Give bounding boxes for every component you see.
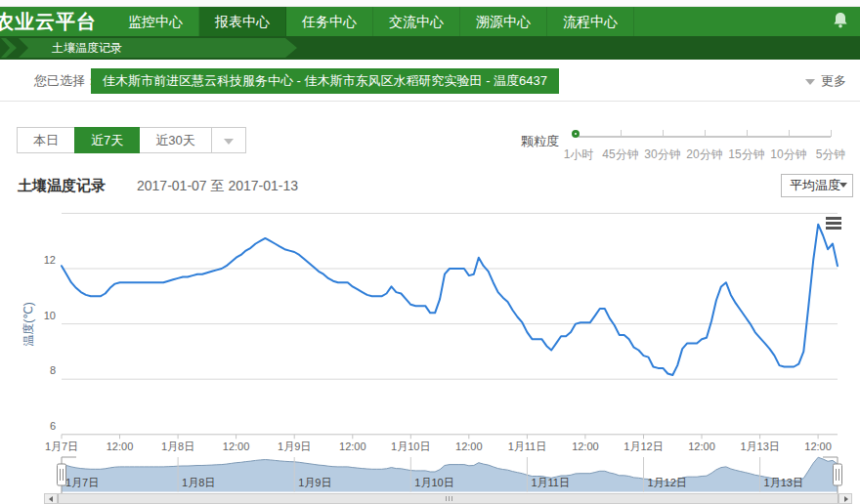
nav-item-2[interactable]: 报表中心 <box>199 7 286 36</box>
range-button-2[interactable]: 近7天 <box>74 127 140 153</box>
x-tick-label: 1月7日 <box>45 441 78 452</box>
navbar: 农业云平台 监控中心报表中心任务中心交流中心溯源中心流程中心 <box>0 7 860 36</box>
x-tick-label: 12:00 <box>455 441 483 452</box>
more-label: 更多 <box>821 73 846 88</box>
range-dropdown-button[interactable] <box>211 127 246 153</box>
navigator-handle-left[interactable] <box>58 464 66 485</box>
series-line[interactable] <box>62 225 838 375</box>
page-title: 土壤温度记录 <box>18 177 106 195</box>
slider-tick <box>705 130 706 137</box>
x-tick-label: 1月10日 <box>391 441 430 452</box>
x-tick-label: 12:00 <box>107 441 134 452</box>
temperature-chart: 121086温度(℃)1月7日12:001月8日12:001月9日12:001月… <box>0 211 860 504</box>
navigator-handle-right[interactable] <box>834 464 842 485</box>
x-tick-label: 12:00 <box>804 441 832 452</box>
slider-tick <box>747 130 748 137</box>
nav-item-1[interactable]: 监控中心 <box>112 7 199 36</box>
x-tick-label: 12:00 <box>688 441 715 452</box>
chart-scrollbar[interactable] <box>44 493 852 504</box>
y-tick-label: 12 <box>44 254 56 266</box>
scroll-right-button[interactable] <box>838 494 851 503</box>
date-range: 2017-01-07 至 2017-01-13 <box>137 178 298 195</box>
x-tick-label: 12:00 <box>223 441 250 452</box>
chart-canvas: 121086温度(℃)1月7日12:001月8日12:001月9日12:001月… <box>0 211 860 504</box>
navigator-day-label: 1月10日 <box>414 477 453 488</box>
navigator-day-label: 1月13日 <box>764 477 803 488</box>
chevron-down-icon <box>805 79 815 85</box>
chart-menu-icon[interactable] <box>826 217 841 231</box>
breadcrumb-chevron-icon <box>1 38 17 58</box>
scrollbar-thumb[interactable] <box>58 494 838 503</box>
slider-tick <box>831 130 832 137</box>
x-tick-label: 1月11日 <box>508 441 547 452</box>
range-button-1[interactable]: 本日 <box>17 127 75 153</box>
x-tick-label: 1月13日 <box>740 441 779 452</box>
notification-bell-icon[interactable] <box>833 12 848 33</box>
metric-select-value: 平均温度 <box>790 178 840 192</box>
granularity-slider: 1小时45分钟30分钟20分钟15分钟10分钟5分钟 <box>573 127 844 164</box>
x-tick-label: 12:00 <box>572 441 599 452</box>
x-tick-label: 1月8日 <box>161 441 194 452</box>
y-axis-title: 温度(℃) <box>22 302 35 346</box>
nav-item-3[interactable]: 任务中心 <box>286 7 373 36</box>
slider-handle[interactable] <box>572 130 580 138</box>
more-dropdown[interactable]: 更多 <box>805 72 846 90</box>
metric-select[interactable]: 平均温度 <box>781 174 853 197</box>
scroll-left-button[interactable] <box>45 494 58 503</box>
granularity-option-7[interactable]: 5分钟 <box>804 147 857 163</box>
navigator-day-label: 1月11日 <box>531 477 570 488</box>
x-tick-label: 12:00 <box>339 441 366 452</box>
breadcrumb-item[interactable]: 土壤温度记录 <box>19 38 297 58</box>
arrow-left-icon <box>49 496 53 502</box>
y-gridlines <box>62 213 838 434</box>
nav-item-5[interactable]: 溯源中心 <box>460 7 547 36</box>
slider-tick <box>789 130 790 137</box>
navigator-day-label: 1月12日 <box>648 477 687 488</box>
selection-label: 您已选择： <box>34 72 98 90</box>
range-button-group: 本日近7天近30天 <box>18 127 246 153</box>
chevron-down-icon <box>224 139 234 145</box>
nav-item-4[interactable]: 交流中心 <box>373 7 460 36</box>
chevron-down-icon <box>839 183 847 188</box>
navigator-day-label: 1月7日 <box>65 477 99 488</box>
grip-icon <box>449 496 450 501</box>
selection-panel: 您已选择： 佳木斯市前进区慧云科技服务中心 - 佳木斯市东风区水稻研究实验田 -… <box>0 60 860 102</box>
y-tick-label: 10 <box>44 310 56 321</box>
nav-item-6[interactable]: 流程中心 <box>547 7 634 36</box>
navigator-day-label: 1月8日 <box>182 477 215 488</box>
arrow-right-icon <box>844 496 848 502</box>
y-tick-label: 6 <box>50 420 56 432</box>
selection-tag[interactable]: 佳木斯市前进区慧云科技服务中心 - 佳木斯市东风区水稻研究实验田 - 温度643… <box>91 68 559 94</box>
x-tick-label: 1月9日 <box>278 441 311 452</box>
top-strip <box>0 0 860 7</box>
slider-tick <box>621 130 622 137</box>
breadcrumb-bar: 土壤温度记录 <box>0 36 860 60</box>
navigator-day-label: 1月9日 <box>298 477 331 488</box>
nav-menu: 监控中心报表中心任务中心交流中心溯源中心流程中心 <box>112 7 634 36</box>
range-button-3[interactable]: 近30天 <box>139 127 211 153</box>
x-tick-label: 1月12日 <box>624 441 663 452</box>
slider-tick <box>663 130 664 137</box>
brand-logo: 农业云平台 <box>0 7 97 36</box>
y-tick-label: 8 <box>50 364 56 376</box>
